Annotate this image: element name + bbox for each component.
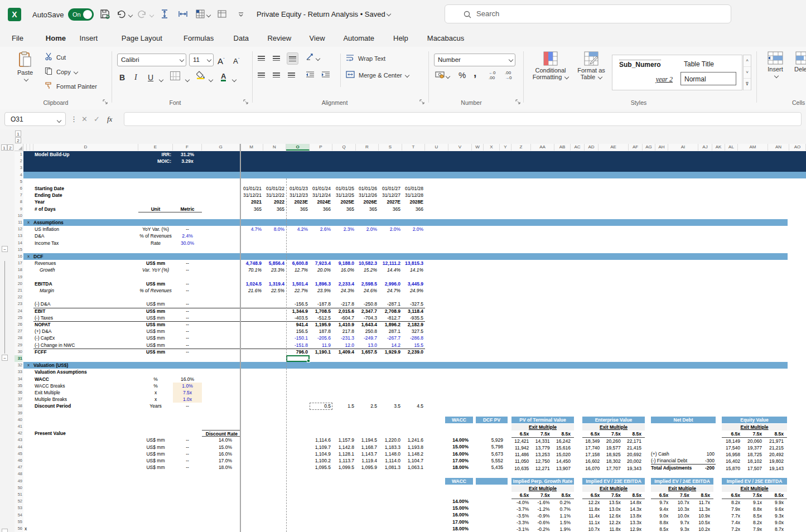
cell-F34[interactable]: 16.0% <box>173 376 202 383</box>
row-header-30[interactable]: 30 <box>15 349 22 355</box>
cell-R44[interactable]: 1,168.7 <box>356 444 379 451</box>
autosave-toggle[interactable]: On <box>68 8 94 21</box>
cell-Q12[interactable]: 2.3% <box>332 226 356 233</box>
sens-cell[interactable]: 13.5x <box>603 499 624 506</box>
cell-S20[interactable]: 2,996.0 <box>379 280 402 287</box>
cell-T43[interactable]: 1,241.6 <box>402 437 425 443</box>
delete-cells-button[interactable]: Delete <box>791 51 806 72</box>
cell-E2[interactable]: MOIC: <box>138 158 173 165</box>
row-header-32[interactable]: 32 <box>15 362 22 369</box>
cell-R30[interactable]: 1,657.5 <box>356 349 379 355</box>
cell-E13[interactable]: % of Revenues <box>138 233 173 239</box>
cell-D14[interactable]: Income Tax <box>33 240 138 246</box>
cell-R45[interactable]: 1,143.7 <box>356 451 379 457</box>
cell-D23[interactable]: (-) D&A <box>33 301 138 307</box>
cell-T24[interactable]: 3,118.4 <box>402 308 425 315</box>
cell-D27[interactable]: (+) D&A <box>33 328 138 335</box>
cell-T30[interactable]: 2,239.0 <box>402 349 425 355</box>
increase-decimal-button[interactable]: ←0.00 <box>489 70 495 83</box>
cell-T44[interactable]: 1,193.8 <box>402 444 425 451</box>
cell-M20[interactable]: 1,024.5 <box>240 280 263 287</box>
cell-G46[interactable]: 17.0% <box>202 457 240 464</box>
number-dialog-launcher-icon[interactable] <box>515 99 521 105</box>
row-header-5[interactable]: 5 <box>15 178 22 185</box>
cell-E34[interactable]: % <box>138 376 173 383</box>
align-bottom-button[interactable] <box>287 52 298 65</box>
sens-cell[interactable]: 8.5x <box>744 512 765 519</box>
shrink-font-button[interactable]: Aˇ <box>233 54 239 66</box>
sens-cell[interactable]: -0.6% <box>532 519 553 526</box>
wrap-text-button[interactable]: Wrap Text <box>346 52 385 65</box>
row-header-29[interactable]: 29 <box>15 342 22 349</box>
sens-cell[interactable]: 5,798 <box>476 443 508 450</box>
insert-cells-icon[interactable] <box>194 8 207 21</box>
column-header-AE[interactable]: AE <box>599 144 629 151</box>
cell-D20[interactable]: EBITDA <box>33 280 138 287</box>
cell-E43[interactable]: US$ mm <box>138 437 173 443</box>
cell-R27[interactable]: 250.8 <box>356 328 379 335</box>
cell-M17[interactable]: 4,748.9 <box>240 260 263 267</box>
sens-cell[interactable]: 7.9x <box>744 526 765 532</box>
sens-cell[interactable]: 17,740 <box>582 444 603 451</box>
sens-cell[interactable]: 14.00% <box>445 498 473 505</box>
row-height-icon[interactable] <box>158 8 171 21</box>
style-sub-numero[interactable]: Sub_Numero <box>619 60 661 69</box>
cell-Q27[interactable]: 217.8 <box>332 328 356 335</box>
undo-button[interactable] <box>114 8 128 21</box>
gallery-down-icon[interactable]: ˅ <box>744 67 751 79</box>
underline-dropdown-icon[interactable] <box>159 78 163 82</box>
sens-cell[interactable]: 12,750 <box>532 458 553 465</box>
cell-E12[interactable]: YoY Var. (%) <box>138 226 173 233</box>
cell-T6[interactable]: 01/01/28 <box>402 185 425 192</box>
cell-Q47[interactable]: 1,099.5 <box>332 464 356 471</box>
sens-cell[interactable]: 11,942 <box>511 444 532 451</box>
cell-Q43[interactable]: 1,157.9 <box>332 437 356 443</box>
row-header-56[interactable]: 56 <box>15 525 22 532</box>
cell-Q46[interactable]: 1,113.7 <box>332 457 356 464</box>
cell-D38[interactable]: Discount Period <box>33 403 138 409</box>
cell-Q28[interactable]: -231.3 <box>332 335 356 341</box>
insert-cells-button[interactable]: Insert <box>763 51 788 79</box>
sens-cell[interactable]: 12,421 <box>511 438 532 444</box>
sens-cell[interactable]: 13.3x <box>624 519 645 526</box>
row-header-52[interactable]: 52 <box>15 498 22 505</box>
cell-D7[interactable]: Ending Date <box>33 192 138 199</box>
row-header-44[interactable]: 44 <box>15 444 22 451</box>
font-name-select[interactable]: Calibri <box>117 54 186 66</box>
column-header-AA[interactable]: AA <box>531 144 554 151</box>
decrease-indent-button[interactable] <box>306 69 315 81</box>
cell-T47[interactable]: 1,063.1 <box>402 464 425 471</box>
sens-cell[interactable]: 10.2x <box>693 526 713 532</box>
sens-cell[interactable]: 7.7x <box>722 512 744 519</box>
cell-F13[interactable]: 2.4% <box>173 233 202 239</box>
row-header-4[interactable]: 4 <box>15 172 22 178</box>
cell-P29[interactable]: 11.9 <box>310 342 332 349</box>
cell-D1[interactable]: Model Build-Up <box>33 151 138 158</box>
sens-cell[interactable]: 9.7x <box>672 519 692 526</box>
cell-M7[interactable]: 31/12/21 <box>240 192 263 199</box>
sens-cell[interactable]: 20,260 <box>603 438 624 444</box>
collapse-rows-15-button[interactable]: − <box>2 246 8 252</box>
cell-O18[interactable]: 12.7% <box>286 267 310 273</box>
sens-cell[interactable]: 17,707 <box>603 465 624 472</box>
row-header-53[interactable]: 53 <box>15 505 22 511</box>
sens-cell[interactable]: 17,540 <box>722 444 744 451</box>
cell-Q20[interactable]: 2,233.4 <box>332 280 356 287</box>
sens-cell[interactable]: 19,343 <box>624 465 645 472</box>
cell-E45[interactable]: US$ mm <box>138 451 173 457</box>
row-header-37[interactable]: 37 <box>15 396 22 403</box>
row-header-8[interactable]: 8 <box>15 199 22 205</box>
sens-cell[interactable]: 9.0x <box>651 512 672 519</box>
cell-T38[interactable]: 4.5 <box>402 403 425 409</box>
sens-cell[interactable]: 18,725 <box>744 451 765 458</box>
cell-O29[interactable]: -151.8 <box>286 342 310 349</box>
cell-T28[interactable]: -286.8 <box>402 335 425 341</box>
sens-cell[interactable]: -4.0% <box>511 499 532 506</box>
sens-cell[interactable]: 13,907 <box>553 465 574 472</box>
sens-cell[interactable]: 10.0x <box>672 512 692 519</box>
cell-S6[interactable]: 01/01/27 <box>379 185 402 192</box>
name-box-options-icon[interactable]: ⋮ <box>70 112 78 126</box>
row-header-23[interactable]: 23 <box>15 301 22 307</box>
row-header-39[interactable]: 39 <box>15 410 22 417</box>
sens-cell[interactable]: 13.8x <box>624 512 645 519</box>
